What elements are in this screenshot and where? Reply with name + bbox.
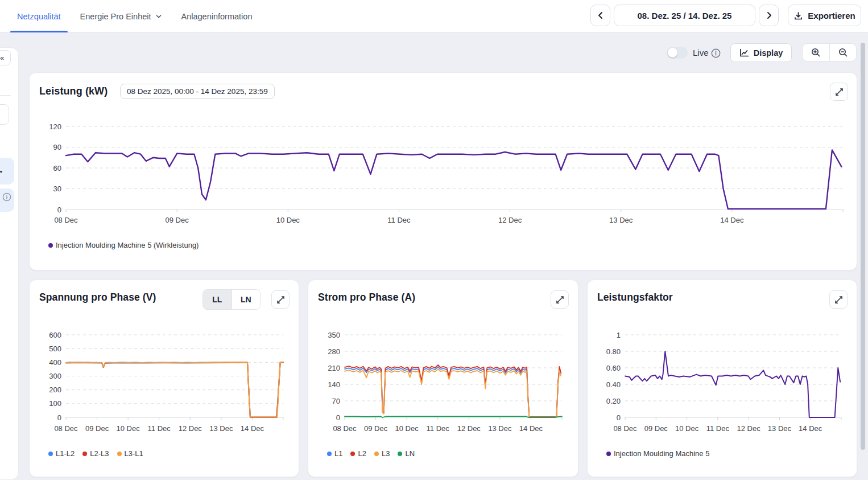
- svg-text:210: 210: [328, 364, 340, 372]
- legend-dot: [606, 452, 611, 456]
- legend-item: L1-L2: [48, 449, 75, 458]
- legend-label: LN: [405, 449, 415, 458]
- export-label: Exportieren: [808, 11, 855, 20]
- svg-text:500: 500: [49, 344, 61, 353]
- legend-dot: [117, 452, 122, 456]
- chart-canvas-leistungsfaktor: 00.200.400.600.80108 Dec09 Dec10 Dec11 D…: [588, 280, 857, 477]
- legend-item: L3-L1: [117, 449, 143, 458]
- chart-legend: Injection Moulding Machine 5: [606, 449, 709, 458]
- legend-item: LN: [398, 449, 415, 458]
- svg-text:14 Dec: 14 Dec: [799, 424, 822, 433]
- svg-text:08 Dec: 08 Dec: [333, 424, 357, 433]
- display-label: Display: [754, 48, 783, 58]
- svg-text:12 Dec: 12 Dec: [498, 216, 522, 224]
- tab-label: Energie Pro Einheit: [80, 12, 151, 21]
- chevron-right-icon: [764, 11, 774, 20]
- power-chart-card: Leistung (kW) 08 Dez 2025, 00:00 - 14 De…: [29, 72, 857, 270]
- svg-text:08 Dec: 08 Dec: [54, 216, 78, 224]
- svg-text:300: 300: [49, 372, 61, 380]
- svg-text:14 Dec: 14 Dec: [720, 216, 744, 224]
- sidebar-item-text-fragment: [0, 171, 2, 173]
- svg-text:09 Dec: 09 Dec: [166, 216, 189, 224]
- tab-label: Anlageninformation: [181, 12, 253, 21]
- svg-text:0.20: 0.20: [606, 397, 621, 405]
- tab-energie-pro-einheit[interactable]: Energie Pro Einheit: [73, 0, 169, 32]
- svg-text:0: 0: [336, 413, 340, 422]
- svg-text:280: 280: [328, 347, 340, 356]
- legend-dot: [398, 452, 402, 456]
- date-next-button[interactable]: [759, 5, 779, 26]
- svg-text:100: 100: [49, 399, 61, 408]
- legend-item: L1: [327, 449, 342, 458]
- svg-text:09 Dec: 09 Dec: [364, 424, 388, 433]
- sidebar-info-icon: [2, 192, 11, 202]
- date-prev-button[interactable]: [590, 5, 610, 26]
- svg-text:11 Dec: 11 Dec: [706, 424, 730, 433]
- sidebar-collapse-button[interactable]: «: [0, 50, 11, 65]
- legend-label: L3: [382, 449, 390, 458]
- svg-text:13 Dec: 13 Dec: [609, 216, 633, 224]
- tab-anlageninformation[interactable]: Anlageninformation: [175, 0, 259, 32]
- voltage-chart-card: Spannung pro Phase (V) LL LN 01002003004…: [29, 280, 299, 477]
- svg-text:120: 120: [49, 122, 61, 131]
- svg-text:140: 140: [328, 380, 340, 389]
- legend-label: L1: [334, 449, 342, 458]
- tab-label: Netzqualität: [17, 12, 61, 21]
- download-icon: [793, 11, 803, 20]
- legend-item: L2: [350, 449, 366, 458]
- info-icon[interactable]: [711, 48, 721, 58]
- svg-text:70: 70: [332, 397, 340, 405]
- zoom-in-icon: [811, 47, 821, 58]
- svg-text:09 Dec: 09 Dec: [85, 424, 109, 433]
- svg-text:10 Dec: 10 Dec: [395, 424, 419, 433]
- svg-text:0: 0: [57, 206, 61, 214]
- vertical-scrollbar[interactable]: [861, 43, 865, 450]
- svg-text:400: 400: [49, 358, 61, 367]
- svg-text:14 Dec: 14 Dec: [519, 424, 543, 433]
- svg-text:10 Dec: 10 Dec: [675, 424, 699, 433]
- legend-item: L3: [374, 449, 390, 458]
- date-range-text: 08. Dez. 25 / 14. Dez. 25: [638, 11, 732, 20]
- svg-text:12 Dec: 12 Dec: [179, 424, 202, 433]
- tab-netzqualitaet[interactable]: Netzqualität: [10, 0, 68, 32]
- power-factor-chart-card: Leistungsfaktor 00.200.400.600.80108 Dec…: [587, 280, 857, 477]
- svg-text:30: 30: [53, 184, 61, 193]
- legend-label: L2-L3: [90, 449, 109, 458]
- legend-dot: [350, 452, 355, 456]
- zoom-out-button[interactable]: [829, 44, 857, 61]
- zoom-in-button[interactable]: [803, 44, 829, 61]
- sidebar-divider: [0, 95, 11, 96]
- svg-text:0.40: 0.40: [606, 380, 621, 389]
- svg-text:600: 600: [49, 331, 61, 339]
- svg-text:0.80: 0.80: [606, 347, 621, 356]
- zoom-out-icon: [838, 47, 848, 58]
- date-range-display[interactable]: 08. Dez. 25 / 14. Dez. 25: [614, 5, 755, 26]
- live-toggle[interactable]: [667, 47, 688, 59]
- svg-text:90: 90: [53, 143, 61, 151]
- tab-bar: Netzqualität Energie Pro Einheit Anlagen…: [10, 0, 259, 32]
- legend-dot: [82, 452, 87, 456]
- display-button[interactable]: Display: [730, 43, 792, 62]
- svg-text:350: 350: [328, 331, 340, 339]
- legend-dot: [327, 452, 332, 456]
- sidebar-search-box[interactable]: [0, 104, 9, 125]
- svg-text:08 Dec: 08 Dec: [613, 424, 637, 433]
- svg-text:14 Dec: 14 Dec: [241, 424, 264, 433]
- legend-item: Injection Moulding Machine 5: [606, 449, 709, 458]
- svg-text:10 Dec: 10 Dec: [117, 424, 140, 433]
- svg-text:12 Dec: 12 Dec: [457, 424, 481, 433]
- top-navigation-bar: Netzqualität Energie Pro Einheit Anlagen…: [0, 0, 868, 32]
- export-button[interactable]: Exportieren: [788, 5, 861, 26]
- svg-text:10 Dec: 10 Dec: [276, 216, 300, 224]
- svg-text:11 Dec: 11 Dec: [148, 424, 171, 433]
- chart-legend: L1-L2L2-L3L3-L1: [48, 449, 143, 458]
- svg-text:0: 0: [617, 413, 621, 422]
- legend-dot: [48, 243, 53, 248]
- chart-legend: Injection Moulding Machine 5 (Wirkleistu…: [48, 241, 199, 249]
- chart-legend: L1L2L3LN: [327, 449, 415, 458]
- live-toggle-knob: [668, 48, 677, 58]
- svg-text:200: 200: [49, 385, 61, 394]
- legend-label: Injection Moulding Machine 5 (Wirkleistu…: [56, 241, 199, 249]
- legend-label: L2: [358, 449, 366, 458]
- legend-item: L2-L3: [82, 449, 109, 458]
